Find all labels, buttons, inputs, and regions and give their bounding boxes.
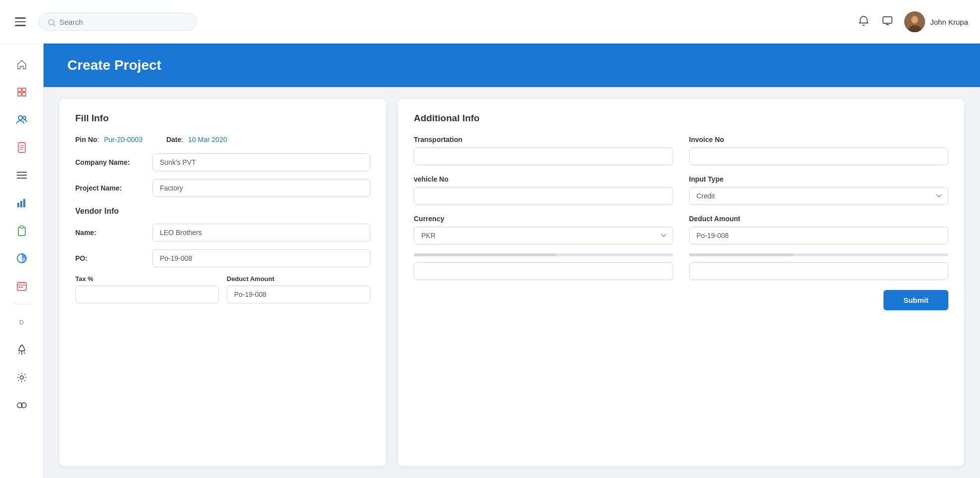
avatar bbox=[904, 11, 925, 32]
fill-info-card: Fill Info Pin No: Pur-20-0003 Date: 10 M… bbox=[59, 99, 386, 466]
content-area: Create Project Fill Info Pin No: Pur-20-… bbox=[44, 44, 980, 478]
vendor-name-input[interactable] bbox=[152, 224, 370, 241]
slider-1[interactable] bbox=[414, 253, 673, 256]
vendor-po-row: PO: bbox=[75, 249, 370, 267]
top-header: John Krupa bbox=[0, 0, 980, 44]
extra-inputs-row bbox=[414, 262, 948, 280]
vehicle-field: vehicle No bbox=[414, 175, 673, 205]
user-profile[interactable]: John Krupa bbox=[904, 11, 968, 32]
transportation-field: Transportation bbox=[414, 136, 673, 165]
hamburger-button[interactable] bbox=[12, 14, 29, 29]
svg-point-8 bbox=[912, 17, 918, 23]
tax-field: Tax % bbox=[75, 275, 219, 303]
header-right: John Krupa bbox=[857, 11, 968, 32]
pin-label: Pin No bbox=[75, 136, 97, 143]
vehicle-label: vehicle No bbox=[414, 175, 673, 183]
svg-rect-11 bbox=[18, 93, 21, 96]
form-area: Fill Info Pin No: Pur-20-0003 Date: 10 M… bbox=[44, 87, 980, 478]
svg-rect-33 bbox=[21, 287, 23, 288]
vendor-name-row: Name: bbox=[75, 224, 370, 241]
sidebar-item-chart[interactable] bbox=[8, 190, 36, 216]
input-type-label: Input Type bbox=[689, 175, 948, 183]
search-icon bbox=[48, 17, 55, 26]
pin-value: Pur-20-0003 bbox=[104, 136, 143, 143]
page-title: Create Project bbox=[67, 57, 956, 73]
sidebar-divider bbox=[13, 304, 31, 304]
svg-point-13 bbox=[18, 116, 22, 120]
sidebar-letter-d: D bbox=[8, 309, 36, 335]
deduct-input[interactable] bbox=[227, 286, 370, 303]
sidebar: D bbox=[0, 44, 44, 478]
slider-row bbox=[414, 253, 948, 256]
monitor-icon bbox=[882, 16, 892, 26]
svg-rect-23 bbox=[20, 201, 22, 207]
user-name: John Krupa bbox=[930, 18, 968, 26]
date-value: 10 Mar 2020 bbox=[188, 136, 227, 143]
additional-info-grid: Transportation Invoice No vehicle No bbox=[414, 136, 948, 244]
input-type-field: Input Type Credit Debit Cash bbox=[689, 175, 948, 205]
company-name-input[interactable] bbox=[152, 153, 370, 171]
currency-label: Currency bbox=[414, 215, 673, 223]
vendor-name-label: Name: bbox=[75, 229, 145, 237]
date-label: Date bbox=[166, 136, 181, 143]
svg-rect-12 bbox=[22, 93, 26, 96]
submit-button[interactable]: Submit bbox=[883, 290, 948, 310]
transportation-input[interactable] bbox=[414, 147, 673, 165]
invoice-label: Invoice No bbox=[689, 136, 948, 143]
company-name-row: Company Name: bbox=[75, 153, 370, 171]
sidebar-item-gear[interactable] bbox=[8, 365, 36, 390]
vehicle-input[interactable] bbox=[414, 187, 673, 205]
vendor-po-input[interactable] bbox=[152, 249, 370, 267]
sidebar-item-list[interactable] bbox=[8, 162, 36, 188]
add-deduct-input[interactable] bbox=[689, 227, 948, 244]
project-name-label: Project Name: bbox=[75, 184, 145, 192]
svg-line-1 bbox=[53, 24, 55, 26]
bell-icon bbox=[859, 15, 869, 26]
svg-point-14 bbox=[23, 116, 26, 119]
sidebar-item-circles[interactable] bbox=[8, 392, 36, 418]
invoice-field: Invoice No bbox=[689, 136, 948, 165]
svg-rect-26 bbox=[20, 226, 23, 228]
sidebar-item-calendar[interactable] bbox=[8, 273, 36, 299]
sidebar-item-document[interactable] bbox=[8, 135, 36, 160]
submit-row: Submit bbox=[414, 290, 948, 310]
meta-row: Pin No: Pur-20-0003 Date: 10 Mar 2020 bbox=[75, 136, 370, 143]
screen-button[interactable] bbox=[881, 14, 894, 30]
svg-rect-9 bbox=[18, 88, 21, 92]
vendor-section-title: Vendor Info bbox=[75, 207, 370, 216]
add-deduct-label: Deduct Amount bbox=[689, 215, 948, 223]
pin-field: Pin No: Pur-20-0003 bbox=[75, 136, 143, 143]
slider-2[interactable] bbox=[689, 253, 948, 256]
additional-info-card: Additional Info Transportation Invoice N… bbox=[398, 99, 964, 466]
project-name-input[interactable] bbox=[152, 179, 370, 197]
sidebar-item-rocket[interactable] bbox=[8, 337, 36, 363]
sidebar-item-users[interactable] bbox=[8, 107, 36, 133]
svg-rect-24 bbox=[23, 199, 25, 207]
deduct-field: Deduct Amount bbox=[227, 275, 370, 303]
svg-rect-22 bbox=[17, 203, 19, 207]
extra-input-1[interactable] bbox=[414, 262, 673, 280]
sidebar-item-layout[interactable] bbox=[8, 79, 36, 105]
transportation-label: Transportation bbox=[414, 136, 673, 143]
svg-rect-32 bbox=[19, 287, 20, 288]
sidebar-item-clipboard[interactable] bbox=[8, 218, 36, 243]
tax-deduct-row: Tax % Deduct Amount bbox=[75, 275, 370, 303]
notification-button[interactable] bbox=[857, 13, 871, 31]
extra-input-2[interactable] bbox=[689, 262, 948, 280]
additional-info-title: Additional Info bbox=[414, 113, 948, 124]
add-deduct-field: Deduct Amount bbox=[689, 215, 948, 244]
tax-label: Tax % bbox=[75, 275, 219, 283]
currency-select[interactable]: PKR USD EUR bbox=[414, 227, 673, 244]
sidebar-item-home[interactable] bbox=[8, 51, 36, 77]
search-input[interactable] bbox=[59, 18, 168, 26]
page-banner: Create Project bbox=[44, 44, 980, 87]
search-bar bbox=[39, 13, 197, 31]
sidebar-item-pie[interactable] bbox=[8, 245, 36, 271]
input-type-select[interactable]: Credit Debit Cash bbox=[689, 187, 948, 205]
date-field: Date: 10 Mar 2020 bbox=[166, 136, 227, 143]
tax-input[interactable] bbox=[75, 286, 219, 303]
main-layout: D Create Project Fill Info Pin No: bbox=[0, 44, 980, 478]
svg-point-35 bbox=[20, 376, 23, 380]
invoice-input[interactable] bbox=[689, 147, 948, 165]
svg-rect-10 bbox=[22, 88, 26, 92]
